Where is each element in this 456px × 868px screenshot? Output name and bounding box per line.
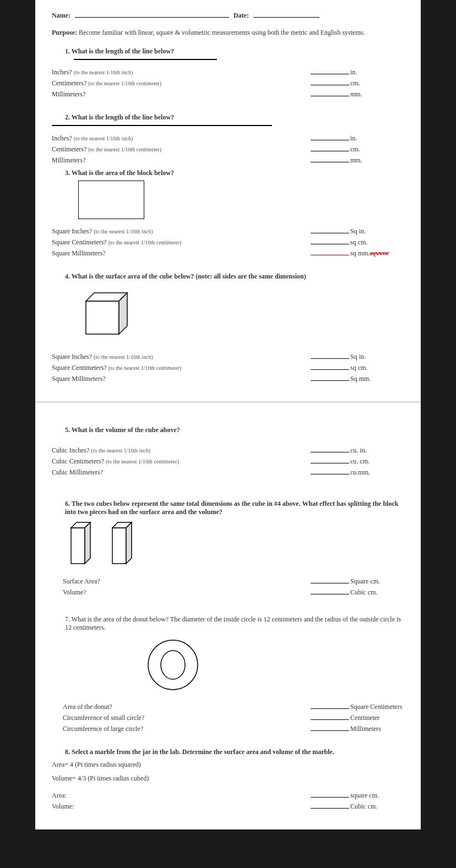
- q4-sqin-blank[interactable]: [311, 352, 349, 359]
- q8-title: 8. Select a marble from the jar in the l…: [65, 748, 404, 756]
- q7-title: 7. What is the area of the donut below? …: [65, 615, 404, 632]
- name-blank[interactable]: [75, 11, 229, 18]
- svg-marker-6: [112, 528, 126, 564]
- q2-cm-blank[interactable]: [311, 145, 349, 151]
- q6-title: 6. The two cubes below represent the sam…: [65, 500, 404, 516]
- document-page: Name: Date: Purpose: Become familiar wit…: [35, 0, 421, 829]
- q3-sqin-blank[interactable]: [311, 227, 349, 233]
- q1-measure-line: [74, 59, 217, 60]
- q1-in-blank[interactable]: [311, 68, 349, 74]
- q6-sa-blank[interactable]: [311, 577, 349, 583]
- q1-mm-row: Millimeters? mm.: [52, 90, 404, 99]
- q7-clarge-blank[interactable]: [311, 724, 349, 731]
- q2-mm-blank[interactable]: [311, 156, 349, 162]
- q5-cuin-blank[interactable]: [311, 446, 349, 452]
- q3-title: 3. What is the area of the block below?: [65, 169, 404, 177]
- q8-area-blank[interactable]: [311, 791, 349, 798]
- svg-marker-3: [71, 528, 85, 564]
- q6-vol-blank[interactable]: [311, 588, 349, 594]
- q1-inches-row: Inches? (to the nearest 1/16th inch) in.: [52, 68, 404, 77]
- q3-sqcm-blank[interactable]: [311, 238, 349, 244]
- purpose-text: Purpose: Become familiar with linear, sq…: [52, 28, 404, 37]
- svg-marker-5: [85, 522, 90, 564]
- q8-vol-blank[interactable]: [311, 802, 349, 809]
- header-row: Name: Date:: [52, 11, 404, 20]
- name-label: Name:: [52, 12, 70, 20]
- q3-sqmm-blank[interactable]: [311, 249, 349, 255]
- svg-point-9: [148, 640, 198, 690]
- q4-cube-shape: [80, 287, 141, 342]
- q4-sqmm-blank[interactable]: [311, 374, 349, 381]
- q7-csmall-blank[interactable]: [311, 713, 349, 720]
- svg-marker-8: [126, 522, 132, 564]
- q7-area-blank[interactable]: [311, 702, 349, 709]
- q5-cumm-blank[interactable]: [311, 468, 349, 474]
- q2-in-blank[interactable]: [311, 134, 349, 140]
- q3-rectangle-shape: [78, 181, 144, 219]
- q5-cucm-blank[interactable]: [311, 457, 349, 463]
- q4-sqcm-blank[interactable]: [311, 363, 349, 370]
- q1-cm-blank[interactable]: [311, 79, 349, 85]
- svg-marker-0: [86, 301, 119, 334]
- q5-title: 5. What is the volume of the cube above?: [65, 426, 404, 434]
- date-label: Date:: [234, 12, 249, 20]
- q8-formula1: Area= 4 (Pi times radius squared): [52, 761, 404, 769]
- q8-formula2: Volume= 4/3 (Pi times radius cubed): [52, 774, 404, 783]
- q1-mm-blank[interactable]: [311, 90, 349, 96]
- q2-measure-line: [52, 125, 272, 126]
- q4-title: 4. What is the surface area of the cube …: [65, 272, 404, 281]
- q1-cm-row: Centimeters? (to the nearest 1/10th cent…: [52, 79, 404, 88]
- q7-donut-shape: [145, 637, 200, 692]
- q1-title: 1. What is the length of the line below?: [65, 47, 404, 56]
- date-blank[interactable]: [253, 11, 319, 18]
- q6-prisms: [68, 520, 404, 569]
- svg-point-10: [161, 651, 185, 679]
- q3-sqmm-unit: sq mm.sqvvvv: [350, 249, 389, 258]
- q2-title: 2. What is the length of the line below?: [65, 113, 404, 122]
